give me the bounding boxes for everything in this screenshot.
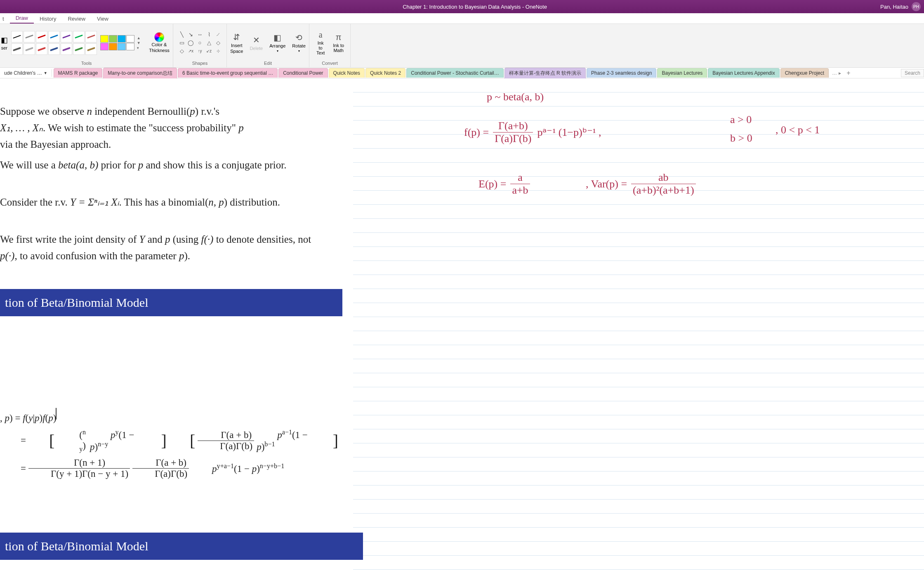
pen-gray[interactable]	[24, 31, 35, 43]
ribbon-group-convert: a Ink to Text π Ink to Math Convert	[309, 24, 351, 67]
shape-ellipse[interactable]: ◯	[187, 39, 195, 47]
swatch-white1[interactable]	[126, 35, 134, 43]
notebook-dropdown[interactable]: ude Children's … ▼	[0, 69, 52, 77]
section-tab-samplesize[interactable]: 样本量计算-生存终点 R 软件演示	[504, 68, 586, 78]
shape-angle[interactable]: ⟋	[214, 31, 222, 38]
pen2-5[interactable]	[61, 43, 72, 55]
section-tab-quicknotes2[interactable]: Quick Notes 2	[365, 68, 405, 78]
pen-purple[interactable]	[61, 31, 72, 43]
section-tab-many[interactable]: Many-to-one comparison总结	[103, 68, 177, 78]
section-tab-timeevent[interactable]: 6 Basic time-to-event group sequential …	[178, 68, 278, 78]
pen-brown[interactable]	[85, 31, 97, 43]
tab-right-icon[interactable]: ▸	[839, 70, 841, 76]
gallery-more-up[interactable]: ▲	[137, 36, 141, 40]
ink-to-math-button[interactable]: π Ink to Math	[330, 31, 347, 54]
pen2-6[interactable]	[73, 43, 85, 55]
tab-left-icon[interactable]: …	[832, 70, 837, 76]
chevron-down-icon: ▼	[44, 71, 47, 75]
pen2-3[interactable]	[36, 43, 47, 55]
avatar[interactable]: PH	[912, 2, 921, 11]
shape-3d-y[interactable]: ↑y	[196, 47, 204, 55]
gallery-more-expand[interactable]: ▾	[137, 46, 141, 50]
insert-space-button[interactable]: ⇵ Insert Space	[228, 31, 245, 55]
shape-diamond[interactable]: ◇	[178, 47, 186, 55]
section-tab-appendix[interactable]: Bayesian Lectures Appendix	[708, 68, 779, 78]
shape-triangle[interactable]: △	[205, 39, 213, 47]
rotate-button[interactable]: ⟲ Rotate ▾	[290, 31, 308, 54]
pen2-2[interactable]	[24, 43, 35, 55]
ink-cursor	[56, 408, 57, 419]
tab-nav-controls[interactable]: … ▸	[830, 70, 844, 76]
ink-constraint-b[interactable]: b > 0	[730, 132, 752, 144]
swatch-white2[interactable]	[126, 43, 134, 50]
ink-var[interactable]: , Var(p) = ab(a+b)²(a+b+1)	[586, 171, 696, 197]
ink-to-text-button[interactable]: a Ink to Text	[313, 28, 328, 57]
color-thickness-button[interactable]: Color & Thickness	[145, 31, 174, 54]
pen2-4[interactable]	[48, 43, 60, 55]
shape-zigzag[interactable]: ⌇	[205, 31, 213, 38]
equation-block: , p) = f(y|p)f(p) = [ (ny) py(1 − p)n−y …	[0, 413, 338, 479]
swatch-lightblue[interactable]	[118, 43, 126, 50]
edit-label: Edit	[264, 60, 272, 66]
user-area[interactable]: Pan, Haitao PH	[880, 2, 921, 11]
shape-rect[interactable]: ▭	[178, 39, 186, 47]
ink-constraint-a[interactable]: a > 0	[730, 114, 752, 126]
pen2-7[interactable]	[85, 43, 97, 55]
slide-paragraph-2: We will use a beta(a, b) prior for p and…	[0, 157, 322, 173]
arrange-button[interactable]: ◧ Arrange ▾	[267, 31, 288, 54]
section-tab-quicknotes[interactable]: Quick Notes	[329, 68, 365, 78]
shape-3d-z[interactable]: ↙z	[205, 47, 213, 55]
ribbon-tab-draw[interactable]: Draw	[10, 13, 34, 24]
highlighter-swatches[interactable]	[100, 35, 134, 50]
ink-mean[interactable]: E(p) = aa+b	[478, 171, 530, 197]
swatch-orange[interactable]	[109, 43, 117, 50]
chevron-down-icon: ▾	[277, 49, 278, 53]
section-tab-bayesian[interactable]: Bayesian Lectures	[657, 68, 707, 78]
gallery-more-down[interactable]: ▼	[137, 41, 141, 45]
search-input[interactable]: Search	[901, 69, 924, 77]
swatch-yellow[interactable]	[100, 35, 108, 43]
pen2-1[interactable]	[11, 43, 23, 55]
insert-space-icon: ⇵	[233, 32, 240, 42]
delete-button[interactable]: ✕ Delete	[247, 33, 265, 52]
ink-text-icon: a	[319, 30, 323, 40]
swatch-green[interactable]	[109, 35, 117, 43]
ribbon-tab-history[interactable]: History	[34, 14, 62, 24]
section-tab-stochastic[interactable]: Conditional Power - Stochastic Curtail…	[406, 68, 503, 78]
shape-graph[interactable]: ⊹	[214, 47, 222, 55]
shape-rhomb[interactable]: ◇	[214, 39, 222, 47]
delete-icon: ✕	[253, 35, 260, 45]
note-canvas[interactable]: Suppose we observe n independent Bernoul…	[0, 78, 924, 578]
ribbon-tab-file[interactable]: t	[2, 14, 10, 24]
pen-black-thin[interactable]	[11, 31, 23, 43]
pen-blue[interactable]	[48, 31, 60, 43]
shape-circle[interactable]: ○	[196, 39, 204, 47]
shape-3d-x[interactable]: ↗x	[187, 47, 195, 55]
slide-paragraph-4: We first write the joint density of Y an…	[0, 231, 322, 264]
arrange-icon: ◧	[273, 33, 281, 43]
swatch-magenta[interactable]	[100, 43, 108, 50]
pen-green[interactable]	[73, 31, 85, 43]
shape-arrow[interactable]: ↘	[187, 31, 195, 38]
ribbon-tab-view[interactable]: View	[91, 14, 114, 24]
ink-prior[interactable]: p ~ beta(a, b)	[487, 91, 544, 103]
ink-constraint-p[interactable]: , 0 < p < 1	[776, 124, 820, 136]
section-tab-condpower[interactable]: Conditional Power	[278, 68, 328, 78]
slide-header-1: tion of Beta/Binomial Model	[0, 289, 342, 316]
shapes-gallery[interactable]: ╲ ↘ ↔ ⌇ ⟋ ▭ ◯ ○ △ ◇ ◇ ↗x ↑y ↙z ⊹	[178, 31, 222, 55]
ribbon-tab-review[interactable]: Review	[62, 14, 91, 24]
pen-red[interactable]	[36, 31, 47, 43]
shape-line[interactable]: ╲	[178, 31, 186, 38]
slide-header-2: tion of Beta/Binomial Model	[0, 533, 363, 560]
section-tab-chengxue[interactable]: Chengxue Project	[780, 68, 829, 78]
pen-gallery[interactable]	[11, 31, 97, 55]
section-tab-mams[interactable]: MAMS R package	[54, 68, 103, 78]
ribbon-group-edit: ⇵ Insert Space ✕ Delete ◧ Arrange ▾ ⟲ Ro…	[227, 24, 309, 67]
section-tab-seamless[interactable]: Phase 2-3 seamless design	[587, 68, 656, 78]
space-sublabel: Space	[230, 49, 243, 54]
add-section-button[interactable]: +	[844, 69, 853, 77]
swatch-cyan[interactable]	[118, 35, 126, 43]
shape-darrow[interactable]: ↔	[196, 31, 204, 38]
ink-density[interactable]: f(p) = Γ(a+b)Γ(a)Γ(b) pᵃ⁻¹ (1−p)ᵇ⁻¹ ,	[464, 120, 601, 145]
eraser-button[interactable]: ◧ ser	[0, 34, 9, 52]
